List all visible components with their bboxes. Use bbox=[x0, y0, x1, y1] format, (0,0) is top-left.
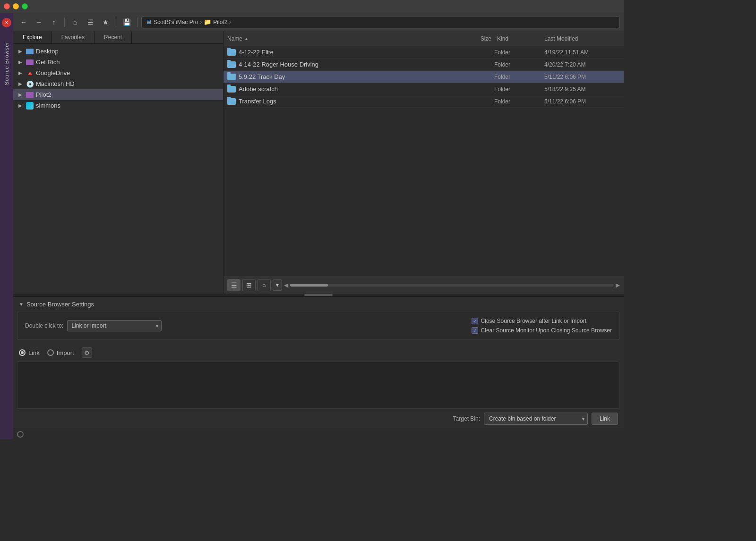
toolbar-divider-1 bbox=[64, 17, 65, 27]
dropdown-chevron-down-icon: ▾ bbox=[156, 323, 158, 329]
file-name-row5: Transfer Logs bbox=[239, 98, 446, 105]
toolbar: ← → ↑ ⌂ ☰ ★ 💾 🖥 ScottS's iMac Pro › 📁 Pi… bbox=[13, 13, 624, 31]
file-row-1[interactable]: 4-12-22 Elite Folder 4/19/22 11:51 AM bbox=[223, 46, 624, 59]
checkbox-clear-label: Clear Source Monitor Upon Closing Source… bbox=[481, 327, 612, 334]
up-button[interactable]: ↑ bbox=[47, 16, 60, 28]
main-content: ← → ↑ ⌂ ☰ ★ 💾 🖥 ScottS's iMac Pro › 📁 Pi… bbox=[13, 13, 624, 439]
target-bin-dropdown[interactable]: Create bin based on folder ▾ bbox=[484, 413, 588, 425]
import-settings-gear-button[interactable]: ⚙ bbox=[82, 347, 92, 358]
tree-label-gdrive: GoogleDrive bbox=[36, 69, 70, 76]
checkbox-clear-monitor[interactable]: ✓ bbox=[472, 327, 478, 334]
folder-purple-icon-pilot2 bbox=[26, 92, 34, 98]
file-modified-row3: 5/11/22 6:06 PM bbox=[544, 74, 620, 80]
tree-arrow-machd: ▶ bbox=[17, 81, 24, 86]
drop-zone bbox=[17, 362, 620, 409]
file-row-3[interactable]: 5.9.22 Track Day Folder 5/11/22 6:06 PM bbox=[223, 71, 624, 83]
tab-bar: Explore Favorites Recent bbox=[13, 31, 223, 44]
tree-icon-pilot2 bbox=[26, 92, 34, 98]
favorites-button[interactable]: ★ bbox=[99, 16, 112, 28]
file-row-5[interactable]: Transfer Logs Folder 5/11/22 6:06 PM bbox=[223, 95, 624, 108]
scroll-right-arrow[interactable]: ▶ bbox=[616, 282, 620, 288]
title-bar bbox=[0, 0, 624, 13]
tree-item-desktop[interactable]: ▶ Desktop bbox=[13, 46, 223, 57]
content-panels: Explore Favorites Recent ▶ Desktop bbox=[13, 31, 624, 294]
back-button[interactable]: ← bbox=[17, 16, 30, 28]
scroll-thumb bbox=[290, 284, 328, 287]
tree-item-getrich[interactable]: ▶ Get Rich bbox=[13, 57, 223, 68]
file-name-row1: 4-12-22 Elite bbox=[239, 49, 446, 56]
status-bar bbox=[13, 429, 624, 439]
tree-item-pilot2[interactable]: ▶ Pilot2 bbox=[13, 89, 223, 100]
tree-arrow-pilot2: ▶ bbox=[17, 92, 24, 97]
tab-explore[interactable]: Explore bbox=[13, 31, 52, 43]
toolbar-divider-2 bbox=[116, 17, 116, 27]
settings-body: Double click to: Link or Import ▾ ✓ Clos… bbox=[17, 312, 620, 340]
settings-header: ▼ Source Browser Settings bbox=[13, 297, 624, 312]
col-name-header[interactable]: Name ▲ bbox=[227, 35, 455, 42]
file-modified-row5: 5/11/22 6:06 PM bbox=[544, 98, 620, 105]
filter-dropdown[interactable]: ▾ bbox=[273, 279, 282, 291]
link-import-section: Link Import ⚙ bbox=[13, 344, 624, 362]
scroll-left-arrow[interactable]: ◀ bbox=[284, 282, 288, 288]
target-bin-label: Target Bin: bbox=[453, 415, 480, 422]
radio-import-row[interactable]: Import bbox=[47, 349, 74, 356]
tree-item-machd[interactable]: ▶ 💿 Macintosh HD bbox=[13, 78, 223, 89]
double-click-value: Link or Import bbox=[71, 322, 106, 329]
radio-link-row[interactable]: Link bbox=[19, 349, 40, 356]
file-modified-row1: 4/19/22 11:51 AM bbox=[544, 49, 620, 56]
imac-icon: 🖥 bbox=[146, 18, 152, 25]
file-row-2[interactable]: 4-14-22 Roger House Driving Folder 4/20/… bbox=[223, 59, 624, 71]
side-tab: × Source Browser bbox=[0, 13, 13, 439]
gear-icon: ⚙ bbox=[84, 349, 90, 356]
drive-button[interactable]: 💾 bbox=[120, 16, 133, 28]
simmons-brand-icon bbox=[26, 102, 34, 110]
maximize-button[interactable] bbox=[22, 3, 28, 9]
app-container: × Source Browser ← → ↑ ⌂ ☰ ★ 💾 🖥 ScottS'… bbox=[0, 13, 624, 439]
double-click-dropdown[interactable]: Link or Import ▾ bbox=[67, 320, 162, 331]
forward-button[interactable]: → bbox=[32, 16, 45, 28]
folder-icon-row3 bbox=[227, 74, 236, 80]
radio-link[interactable] bbox=[19, 349, 26, 356]
file-list-header: Name ▲ Size Kind Last Modified bbox=[223, 31, 624, 46]
link-action-button[interactable]: Link bbox=[592, 413, 618, 425]
toolbar-divider-3 bbox=[137, 17, 137, 27]
home-button[interactable]: ⌂ bbox=[69, 16, 82, 28]
location-bar[interactable]: 🖥 ScottS's iMac Pro › 📁 Pilot2 › bbox=[141, 16, 620, 28]
side-tab-close-button[interactable]: × bbox=[2, 18, 11, 27]
radio-import[interactable] bbox=[47, 349, 54, 356]
bottom-section: ▼ Source Browser Settings Double click t… bbox=[13, 296, 624, 429]
col-kind-header[interactable]: Kind bbox=[497, 35, 544, 42]
folder-icon-row2 bbox=[227, 61, 236, 68]
divider-handle bbox=[304, 294, 333, 296]
close-button[interactable] bbox=[4, 3, 10, 9]
col-kind-label: Kind bbox=[497, 35, 508, 42]
tree-item-googledrive[interactable]: ▶ 🔺 GoogleDrive bbox=[13, 68, 223, 78]
tab-favorites[interactable]: Favorites bbox=[52, 31, 94, 43]
file-list-panel: Name ▲ Size Kind Last Modified bbox=[223, 31, 624, 294]
tree-icon-gdrive: 🔺 bbox=[26, 70, 34, 76]
settings-collapse-icon[interactable]: ▼ bbox=[19, 302, 24, 307]
folder-icon-row4 bbox=[227, 86, 236, 93]
tree-label-simmons: simmons bbox=[36, 102, 60, 109]
col-size-header[interactable]: Size bbox=[455, 35, 497, 42]
file-kind-row1: Folder bbox=[494, 49, 541, 56]
view-search-button[interactable]: ○ bbox=[258, 279, 271, 291]
checkbox-row-1[interactable]: ✓ Close Source Browser after Link or Imp… bbox=[472, 318, 612, 324]
file-list-toolbar: ☰ ⊞ ○ ▾ ◀ ▶ bbox=[223, 276, 624, 294]
tree-item-simmons[interactable]: ▶ simmons bbox=[13, 100, 223, 111]
tree-icon-machd: 💿 bbox=[26, 81, 34, 87]
folder-icon-row1 bbox=[227, 49, 236, 56]
double-click-label: Double click to: bbox=[25, 322, 63, 329]
file-row-4[interactable]: Adobe scratch Folder 5/18/22 9:25 AM bbox=[223, 83, 624, 95]
checkbox-close-browser[interactable]: ✓ bbox=[472, 318, 478, 324]
view-grid-button[interactable]: ⊞ bbox=[242, 279, 256, 291]
tree-icon-desktop bbox=[26, 48, 34, 55]
location-mac: 🖥 ScottS's iMac Pro bbox=[146, 18, 198, 25]
minimize-button[interactable] bbox=[13, 3, 19, 9]
organize-button[interactable]: ☰ bbox=[84, 16, 97, 28]
view-list-button[interactable]: ☰ bbox=[227, 279, 241, 291]
col-modified-header[interactable]: Last Modified bbox=[544, 35, 620, 42]
file-tree-panel: Explore Favorites Recent ▶ Desktop bbox=[13, 31, 223, 294]
tab-recent[interactable]: Recent bbox=[94, 31, 132, 43]
checkbox-row-2[interactable]: ✓ Clear Source Monitor Upon Closing Sour… bbox=[472, 327, 612, 334]
